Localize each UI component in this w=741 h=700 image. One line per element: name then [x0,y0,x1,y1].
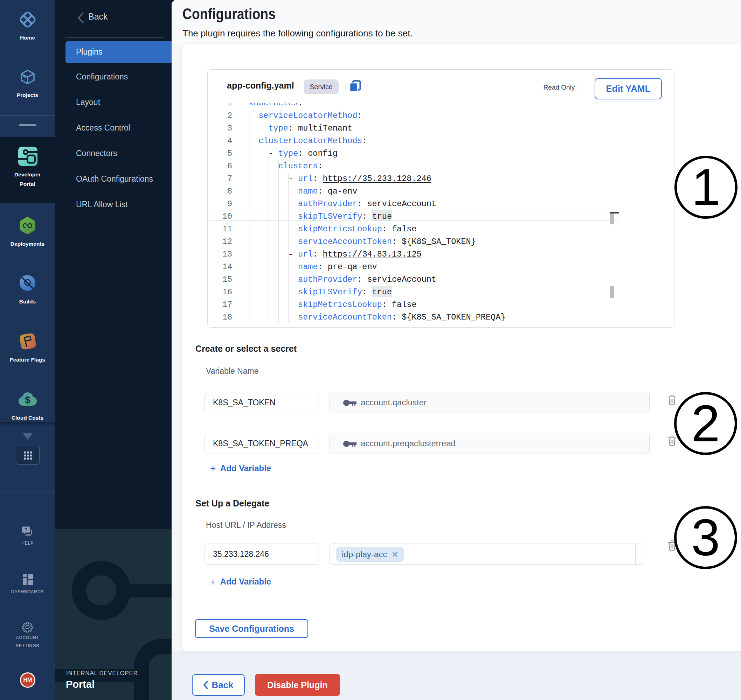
svg-text:$: $ [25,394,31,405]
svg-text:?: ? [25,527,28,532]
